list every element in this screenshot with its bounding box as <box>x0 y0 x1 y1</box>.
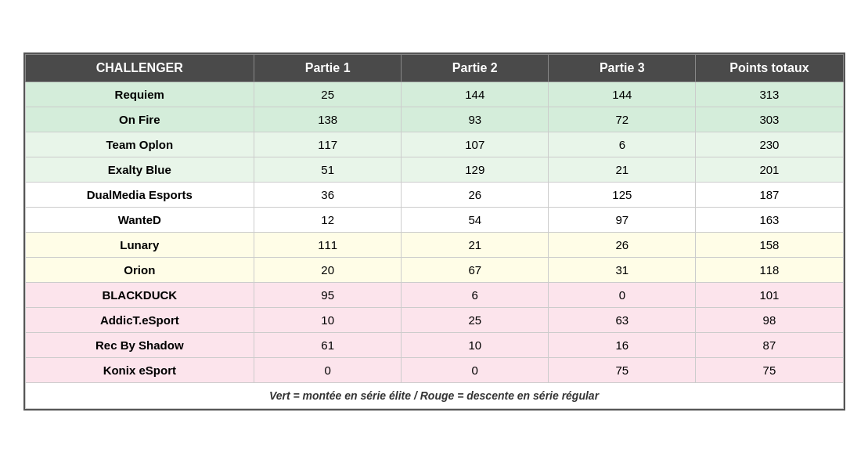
score-total: 118 <box>696 258 843 283</box>
header-partie3: Partie 3 <box>549 55 696 82</box>
score-total: 313 <box>696 82 843 107</box>
team-name: Lunary <box>25 233 254 258</box>
team-name: Rec By Shadow <box>25 333 254 358</box>
score-partie2: 6 <box>402 283 549 308</box>
header-partie1: Partie 1 <box>254 55 402 82</box>
score-partie3: 26 <box>549 233 696 258</box>
team-name: WanteD <box>25 208 254 233</box>
score-total: 303 <box>696 107 843 132</box>
team-name: Exalty Blue <box>25 157 254 183</box>
table-row: Requiem25144144313 <box>25 82 843 107</box>
table-row: BLACKDUCK9560101 <box>25 283 843 308</box>
table-row: Team Oplon1171076230 <box>25 132 843 157</box>
score-partie3: 31 <box>549 258 696 283</box>
score-partie1: 111 <box>254 233 402 258</box>
score-total: 98 <box>696 308 843 333</box>
score-total: 75 <box>696 358 843 383</box>
score-total: 230 <box>696 132 843 157</box>
score-partie2: 54 <box>402 208 549 233</box>
score-partie3: 63 <box>549 308 696 333</box>
score-partie3: 144 <box>549 82 696 107</box>
team-name: AddicT.eSport <box>25 308 254 333</box>
table-row: On Fire1389372303 <box>25 107 843 132</box>
team-name: BLACKDUCK <box>25 283 254 308</box>
score-total: 163 <box>696 208 843 233</box>
score-partie2: 144 <box>402 82 549 107</box>
footer-text: Vert = montée en série élite / Rouge = d… <box>25 383 843 409</box>
score-partie3: 16 <box>549 333 696 358</box>
team-name: Konix eSport <box>25 358 254 383</box>
score-partie3: 21 <box>549 157 696 183</box>
score-partie2: 107 <box>402 132 549 157</box>
score-partie1: 10 <box>254 308 402 333</box>
score-partie2: 93 <box>402 107 549 132</box>
team-name: Team Oplon <box>25 132 254 157</box>
table-row: DualMedia Esports3626125187 <box>25 183 843 208</box>
leaderboard-container: CHALLENGER Partie 1 Partie 2 Partie 3 Po… <box>23 52 845 411</box>
table-row: Lunary1112126158 <box>25 233 843 258</box>
footer-row: Vert = montée en série élite / Rouge = d… <box>25 383 843 409</box>
score-partie1: 0 <box>254 358 402 383</box>
team-name: On Fire <box>25 107 254 132</box>
score-partie3: 97 <box>549 208 696 233</box>
header-challenger: CHALLENGER <box>25 55 254 82</box>
table-row: Konix eSport007575 <box>25 358 843 383</box>
team-name: Orion <box>25 258 254 283</box>
score-partie1: 61 <box>254 333 402 358</box>
score-partie3: 125 <box>549 183 696 208</box>
score-total: 87 <box>696 333 843 358</box>
table-row: AddicT.eSport10256398 <box>25 308 843 333</box>
score-partie3: 0 <box>549 283 696 308</box>
score-total: 158 <box>696 233 843 258</box>
score-partie2: 21 <box>402 233 549 258</box>
table-row: Orion206731118 <box>25 258 843 283</box>
header-row: CHALLENGER Partie 1 Partie 2 Partie 3 Po… <box>25 55 843 82</box>
score-partie1: 138 <box>254 107 402 132</box>
score-partie1: 95 <box>254 283 402 308</box>
score-partie1: 36 <box>254 183 402 208</box>
header-points: Points totaux <box>696 55 843 82</box>
score-partie2: 26 <box>402 183 549 208</box>
table-row: Exalty Blue5112921201 <box>25 157 843 183</box>
score-partie1: 12 <box>254 208 402 233</box>
score-partie1: 51 <box>254 157 402 183</box>
table-row: Rec By Shadow61101687 <box>25 333 843 358</box>
header-partie2: Partie 2 <box>402 55 549 82</box>
score-total: 201 <box>696 157 843 183</box>
score-partie3: 72 <box>549 107 696 132</box>
score-total: 187 <box>696 183 843 208</box>
score-partie2: 67 <box>402 258 549 283</box>
score-partie2: 129 <box>402 157 549 183</box>
score-partie3: 6 <box>549 132 696 157</box>
team-name: DualMedia Esports <box>25 183 254 208</box>
score-partie1: 25 <box>254 82 402 107</box>
score-partie2: 10 <box>402 333 549 358</box>
table-row: WanteD125497163 <box>25 208 843 233</box>
team-name: Requiem <box>25 82 254 107</box>
score-partie1: 117 <box>254 132 402 157</box>
score-partie2: 25 <box>402 308 549 333</box>
leaderboard-table: CHALLENGER Partie 1 Partie 2 Partie 3 Po… <box>25 54 844 409</box>
score-total: 101 <box>696 283 843 308</box>
score-partie1: 20 <box>254 258 402 283</box>
score-partie2: 0 <box>402 358 549 383</box>
score-partie3: 75 <box>549 358 696 383</box>
